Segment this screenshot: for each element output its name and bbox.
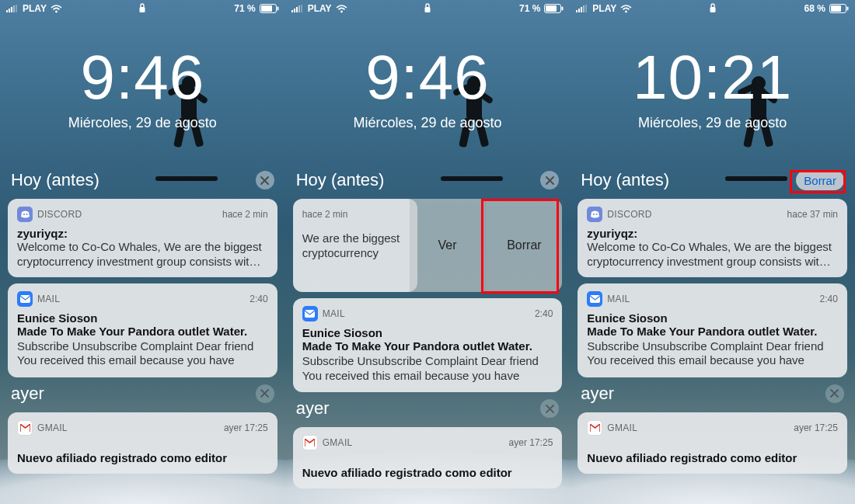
notification-time: 2:40: [535, 308, 553, 319]
svg-rect-36: [546, 5, 557, 12]
svg-point-12: [55, 10, 58, 12]
mail-preview: Subscribe Unsubscribe Complaint Dear fri…: [17, 339, 268, 370]
lock-clock: 9:46: [285, 47, 571, 109]
svg-rect-15: [261, 5, 272, 12]
gmail-icon: [17, 420, 33, 436]
discord-icon: [17, 207, 33, 222]
section-header-today: Hoy (antes) Borrar: [578, 170, 847, 193]
notification-body: We are the biggest cryptocurrency invest…: [302, 231, 408, 262]
app-name: DISCORD: [607, 209, 651, 220]
svg-rect-19: [20, 295, 30, 303]
lock-date: Miércoles, 29 de agosto: [285, 115, 571, 131]
notification-time: ayer 17:25: [224, 422, 268, 433]
close-icon: [546, 405, 554, 413]
section-title: ayer: [296, 398, 330, 419]
collapse-section-button[interactable]: [256, 384, 274, 403]
notification-discord-swiped[interactable]: hace 2 min We are the biggest cryptocurr…: [293, 199, 563, 292]
signal-icon: [291, 5, 304, 13]
collapse-section-button[interactable]: [540, 171, 559, 189]
phone-screen-3: PLAY 68 % 10:21 Miércoles, 29 de agosto …: [570, 0, 855, 504]
mail-subject: Made To Make Your Pandora outlet Water.: [17, 325, 268, 338]
battery-icon: [544, 4, 564, 13]
clear-section-button[interactable]: Borrar: [796, 170, 844, 190]
svg-rect-13: [140, 7, 145, 12]
app-name: GMAIL: [607, 422, 637, 433]
svg-rect-8: [9, 9, 10, 12]
section-title: Hoy (antes): [11, 170, 99, 190]
app-name: GMAIL: [323, 437, 353, 448]
lock-date: Miércoles, 29 de agosto: [0, 115, 285, 131]
mail-preview: Subscribe Unsubscribe Complaint Dear fri…: [587, 339, 838, 370]
notification-time: hace 37 min: [787, 209, 838, 220]
mail-sender: Eunice Sioson: [17, 311, 268, 325]
mail-icon: [587, 291, 602, 307]
svg-point-52: [625, 10, 627, 12]
battery-icon: [829, 4, 849, 13]
collapse-section-button[interactable]: [540, 399, 559, 418]
notification-gmail[interactable]: GMAIL ayer 17:25 Nuevo afiliado registra…: [578, 412, 847, 474]
notification-gmail[interactable]: GMAIL ayer 17:25 Nuevo afiliado registra…: [293, 427, 563, 488]
svg-point-17: [23, 214, 24, 215]
mail-subject: Made To Make Your Pandora outlet Water.: [302, 339, 553, 353]
svg-rect-16: [277, 7, 278, 11]
collapse-section-button[interactable]: [825, 384, 844, 403]
close-icon: [260, 389, 269, 398]
notification-mail[interactable]: MAIL 2:40 Eunice Sioson Made To Make You…: [293, 298, 563, 392]
svg-rect-31: [298, 5, 300, 12]
collapse-section-button[interactable]: [256, 171, 274, 189]
svg-rect-7: [6, 10, 8, 12]
mail-sender: Eunice Sioson: [302, 326, 553, 339]
svg-rect-47: [576, 10, 578, 12]
swipe-view-button[interactable]: Ver: [410, 199, 486, 292]
status-bar: PLAY 68 %: [570, 0, 855, 17]
section-title: Hoy (antes): [581, 170, 669, 190]
notification-time: 2:40: [250, 294, 267, 304]
close-icon: [830, 389, 839, 398]
svg-rect-11: [16, 5, 17, 12]
notification-mail[interactable]: MAIL 2:40 Eunice Sioson Made To Make You…: [578, 283, 847, 377]
close-icon: [546, 176, 554, 185]
notification-sender: zyuriyqz:: [17, 227, 268, 240]
svg-point-57: [593, 214, 595, 215]
svg-rect-53: [710, 7, 715, 12]
notification-body: Welcome to Co-Co Whales, We are the bigg…: [587, 240, 838, 269]
battery-icon: [260, 4, 279, 13]
gmail-subject: Nuevo afiliado registrado como editor: [302, 466, 553, 479]
lock-clock: 9:46: [0, 47, 285, 109]
phone-screen-2: PLAY 71 % 9:46 Miércoles, 29 de agosto H…: [285, 0, 571, 504]
lock-icon: [424, 2, 431, 16]
carrier-label: PLAY: [308, 3, 332, 14]
section-header-today: Hoy (antes): [293, 170, 563, 193]
lock-clock: 10:21: [570, 47, 855, 109]
section-title: ayer: [11, 384, 44, 404]
notification-body: Welcome to Co-Co Whales, We are the bigg…: [17, 240, 268, 269]
svg-rect-51: [585, 5, 587, 12]
battery-label: 68 %: [804, 3, 825, 14]
notification-discord[interactable]: DISCORD hace 37 min zyuriyqz: Welcome to…: [578, 199, 847, 277]
svg-rect-48: [578, 9, 580, 12]
app-name: MAIL: [323, 308, 345, 319]
notification-time: ayer 17:25: [794, 422, 838, 433]
lock-icon: [138, 2, 146, 16]
status-bar: PLAY 71 %: [285, 0, 571, 17]
wifi-icon: [620, 5, 632, 13]
svg-rect-30: [296, 7, 298, 12]
app-name: MAIL: [607, 294, 630, 304]
mail-sender: Eunice Sioson: [587, 311, 838, 325]
gmail-icon: [587, 420, 602, 436]
swipe-delete-button[interactable]: Borrar: [485, 199, 562, 292]
notification-time: ayer 17:25: [509, 437, 553, 448]
mail-subject: Made To Make Your Pandora outlet Water.: [587, 325, 838, 338]
lock-date: Miércoles, 29 de agosto: [570, 115, 855, 131]
svg-rect-49: [581, 7, 582, 12]
battery-label: 71 %: [234, 3, 255, 14]
notification-mail[interactable]: MAIL 2:40 Eunice Sioson Made To Make You…: [8, 283, 277, 377]
svg-rect-28: [291, 10, 293, 12]
notification-discord[interactable]: DISCORD hace 2 min zyuriyqz: Welcome to …: [8, 199, 277, 277]
notification-gmail[interactable]: GMAIL ayer 17:25 Nuevo afiliado registra…: [8, 412, 277, 474]
svg-rect-38: [305, 310, 315, 318]
app-name: DISCORD: [37, 209, 82, 220]
gmail-subject: Nuevo afiliado registrado como editor: [17, 451, 268, 464]
gmail-subject: Nuevo afiliado registrado como editor: [587, 451, 838, 464]
gmail-icon: [302, 435, 318, 450]
